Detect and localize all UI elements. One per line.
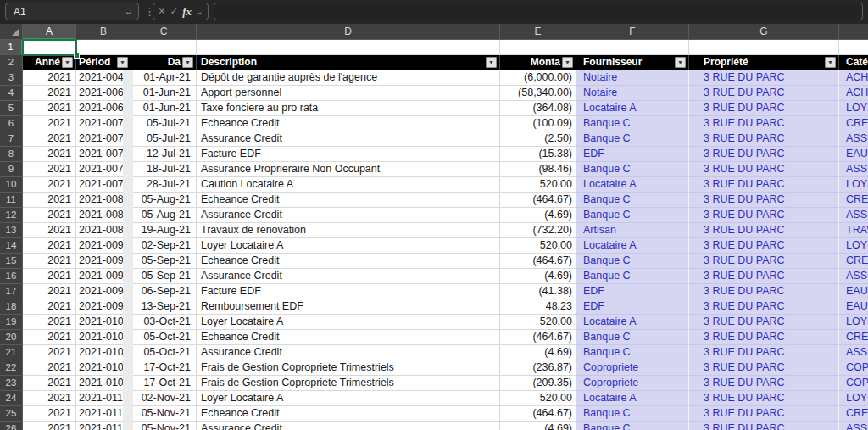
cell-fournisseur[interactable]: Notaire [576,70,689,86]
cell-montant[interactable]: 520.00 [500,238,576,254]
column-header-G[interactable]: G [689,24,839,40]
cell-categorie[interactable]: LOYE [839,238,868,254]
cell-date[interactable]: 05-Oct-21 [131,330,197,345]
cell-fournisseur[interactable] [576,40,689,55]
cell-montant[interactable]: (4.69) [500,422,576,430]
cell-date[interactable]: 05-Oct-21 [131,345,197,360]
cell-date[interactable]: 05-Sep-21 [131,254,197,269]
cell-montant[interactable]: (464.67) [500,254,576,269]
cell-annee[interactable]: 2021 [23,330,76,345]
cell-propriete[interactable]: 3 RUE DU PARC [689,299,839,315]
cell-montant[interactable]: (4.69) [500,269,576,284]
cell-categorie[interactable]: CRED [839,193,868,208]
cell-annee[interactable]: 2021 [23,376,76,391]
cell-propriete[interactable]: 3 RUE DU PARC [689,208,839,223]
cell-propriete[interactable]: 3 RUE DU PARC [689,360,839,376]
cell-annee[interactable]: 2021 [23,70,76,86]
cell-fournisseur[interactable]: Banque C [576,131,689,147]
cell-categorie[interactable]: LOYE [839,315,868,330]
cell-date[interactable]: 01-Jun-21 [131,86,197,101]
cell-montant[interactable]: (236.87) [500,360,576,376]
cell-annee[interactable]: 2021 [23,391,76,406]
cell-date[interactable]: 19-Aug-21 [131,223,197,238]
cell-annee[interactable]: 2021 [23,147,76,162]
cell-propriete[interactable]: 3 RUE DU PARC [689,254,839,269]
cell-date[interactable]: 05-Jul-21 [131,131,197,147]
cell-fournisseur[interactable]: Copropriete [576,376,689,391]
cell-montant[interactable] [500,40,576,55]
cell-fournisseur[interactable]: Notaire [576,86,689,101]
row-header-26[interactable]: 26 [0,422,23,430]
cell-categorie[interactable]: COPR [839,376,868,391]
cell-description[interactable]: Caution Locataire A [197,177,500,193]
cell-fournisseur[interactable]: Locataire A [576,177,689,193]
cell-fournisseur[interactable]: Artisan [576,223,689,238]
cancel-entry-icon[interactable]: ✕ [158,6,165,17]
cell-montant[interactable]: (364.08) [500,101,576,116]
cell-description[interactable]: Loyer Locataire A [197,238,500,254]
cell-description[interactable] [197,40,500,55]
cell-fournisseur[interactable]: Banque C [576,269,689,284]
filter-button-annee[interactable]: ▼ [62,57,73,68]
cell-description[interactable]: Assurance Credit [197,131,500,147]
cell-categorie[interactable]: CRED [839,254,868,269]
cell-propriete[interactable]: 3 RUE DU PARC [689,131,839,147]
cell-fournisseur[interactable]: Locataire A [576,238,689,254]
cell-categorie[interactable]: LOYE [839,391,868,406]
row-header-17[interactable]: 17 [0,284,23,299]
cell-montant[interactable]: (100.09) [500,116,576,131]
name-box-chevron-icon[interactable]: ⌄ [125,3,132,20]
column-header-E[interactable]: E [500,24,576,40]
column-header-B[interactable]: B [76,24,131,40]
row-header-24[interactable]: 24 [0,391,23,406]
cell-montant[interactable]: (4.69) [500,345,576,360]
filter-button-description[interactable]: ▼ [486,57,497,68]
cell-periode[interactable] [76,40,131,55]
cell-description[interactable]: Assurance Credit [197,269,500,284]
cell-propriete[interactable]: 3 RUE DU PARC [689,345,839,360]
cell-categorie[interactable]: ASSU [839,208,868,223]
cell-description[interactable]: Travaux de renovation [197,223,500,238]
cell-montant[interactable]: (464.67) [500,406,576,422]
row-header-25[interactable]: 25 [0,406,23,422]
cell-propriete[interactable]: 3 RUE DU PARC [689,223,839,238]
cell-montant[interactable]: (6,000.00) [500,70,576,86]
cell-propriete[interactable]: 3 RUE DU PARC [689,193,839,208]
cell-propriete[interactable]: 3 RUE DU PARC [689,330,839,345]
cell-date[interactable]: 18-Jul-21 [131,162,197,177]
cell-categorie[interactable]: ASSU [839,345,868,360]
cell-annee[interactable]: 2021 [23,254,76,269]
fx-chevron-icon[interactable]: ⌄ [196,7,203,16]
cell-annee[interactable]: 2021 [23,299,76,315]
cell-description[interactable]: Description [197,55,500,70]
row-header-4[interactable]: 4 [0,86,23,101]
cell-montant[interactable]: (464.67) [500,330,576,345]
cell-categorie[interactable]: LOYE [839,101,868,116]
cell-date[interactable]: 17-Oct-21 [131,376,197,391]
cell-fournisseur[interactable]: Banque C [576,162,689,177]
cell-description[interactable]: Assurance Credit [197,208,500,223]
cell-propriete[interactable]: 3 RUE DU PARC [689,101,839,116]
cell-description[interactable]: Remboursement EDF [197,299,500,315]
cell-categorie[interactable]: TRAV [839,223,868,238]
name-box[interactable]: A1 ⌄ [5,3,139,20]
cell-description[interactable]: Echeance Credit [197,116,500,131]
cell-annee[interactable]: 2021 [23,131,76,147]
cell-description[interactable]: Dépôt de garantie auprès de l'agence [197,70,500,86]
cell-propriete[interactable]: 3 RUE DU PARC [689,315,839,330]
cell-montant[interactable]: (2.50) [500,131,576,147]
cell-fournisseur[interactable]: Banque C [576,208,689,223]
cell-categorie[interactable]: ACHA [839,86,868,101]
cell-description[interactable]: Apport personnel [197,86,500,101]
cell-categorie[interactable]: Catégorie [839,55,868,70]
cell-date[interactable]: 05-Aug-21 [131,193,197,208]
cell-propriete[interactable]: Propriété [689,55,839,70]
cell-annee[interactable]: 2021 [23,315,76,330]
cell-date[interactable]: 28-Jul-21 [131,177,197,193]
row-header-23[interactable]: 23 [0,376,23,391]
cell-fournisseur[interactable]: Banque C [576,116,689,131]
cell-fournisseur[interactable]: Banque C [576,330,689,345]
cell-fournisseur[interactable]: Fournisseur [576,55,689,70]
cell-fournisseur[interactable]: EDF [576,147,689,162]
cell-date[interactable]: 05-Nov-21 [131,406,197,422]
